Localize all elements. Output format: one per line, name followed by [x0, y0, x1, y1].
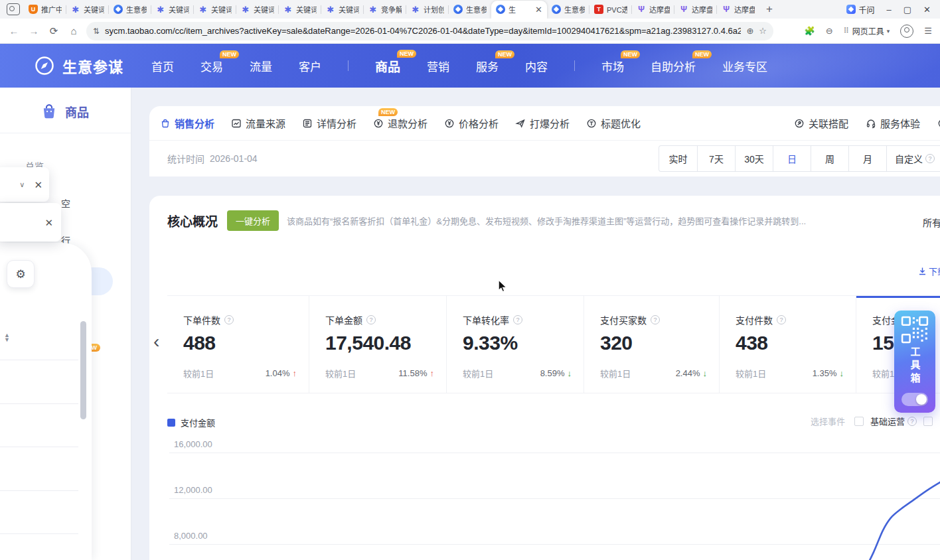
nav-item-客户[interactable]: 客户 [299, 58, 321, 74]
metric-change-row: 较前1日2.44%↓ [600, 367, 707, 380]
metric-card-下单金额[interactable]: 下单金额17,540.48较前1日11.58%↑ [309, 296, 446, 393]
download-link[interactable]: 下载 [918, 265, 940, 277]
zoom-icon[interactable]: ⊕ [746, 26, 753, 36]
core-overview-card: 核心概况 一键分析 该商品如有“报名新客折扣（首单礼金）&分期免息、发布短视频、… [149, 196, 940, 560]
browser-tab[interactable]: ✱关键词 [279, 1, 321, 19]
toolbox-widget[interactable]: 工具箱 [894, 311, 935, 413]
subnav-tab-价格分析[interactable]: 价格分析 [444, 116, 499, 130]
refresh-icon[interactable]: ⟳ [44, 25, 64, 37]
gridline [169, 453, 940, 453]
metric-card-支付买家数[interactable]: 支付买家数320较前1日2.44%↓ [584, 296, 719, 393]
browser-tab[interactable]: Ψ达摩盘 [674, 1, 717, 19]
subnav-link-服务体验[interactable]: 服务体验 [866, 116, 920, 130]
terminal-filter-dropdown[interactable]: 所有 [923, 216, 940, 229]
checkbox-基础运营[interactable] [854, 417, 864, 426]
nav-item-服务[interactable]: 服务NEW [476, 58, 499, 74]
browser-tab[interactable]: ✱关键词 [151, 1, 194, 19]
site-info-icon[interactable]: ⇅ [93, 27, 100, 36]
close-tab-icon[interactable]: ✕ [535, 5, 542, 14]
panel-scrollbar[interactable] [80, 321, 86, 419]
browser-tab[interactable]: Ψ达摩盘 [632, 1, 674, 19]
date-option-实时[interactable]: 实时 [659, 146, 697, 171]
cards-prev-arrow[interactable]: ‹ [153, 332, 159, 351]
nav-item-首页[interactable]: 首页 [151, 58, 174, 74]
date-option-7天[interactable]: 7天 [697, 146, 735, 171]
date-option-自定义[interactable]: 自定义 [886, 146, 940, 171]
web-tools-menu[interactable]: ⠿ 网页工具 ▾ [844, 25, 890, 36]
forward-icon[interactable]: → [24, 25, 44, 36]
info-icon[interactable] [224, 315, 234, 324]
metric-card-下单件数[interactable]: 下单件数488较前1日1.04%↑ [167, 296, 309, 393]
minimize-button[interactable]: – [887, 5, 892, 15]
metric-card-支付件数[interactable]: 支付件数438较前1日1.35%↓ [719, 296, 856, 393]
metric-card-下单转化率[interactable]: 下单转化率9.33%较前1日8.59%↓ [446, 296, 584, 393]
nav-item-商品[interactable]: 商品NEW [375, 57, 400, 75]
extensions-icon[interactable]: 🧩 [805, 26, 815, 36]
back-icon[interactable]: ← [4, 25, 24, 36]
date-option-周[interactable]: 周 [811, 146, 848, 171]
browser-tab[interactable]: 生意参 [449, 1, 491, 19]
maximize-button[interactable]: ▢ [903, 5, 911, 15]
nav-item-业务专区[interactable]: 业务专区 [722, 58, 767, 74]
info-icon[interactable] [907, 417, 917, 426]
chevron-down-icon[interactable]: ∨ [19, 180, 25, 189]
sort-chevrons[interactable]: ▲▼ [4, 333, 10, 342]
help-icon[interactable] [925, 154, 935, 163]
tab-search-icon[interactable] [7, 3, 20, 15]
browser-tab[interactable]: U推广中 [24, 1, 66, 19]
info-icon[interactable] [513, 315, 522, 324]
tab-title: 达摩盘 [692, 4, 712, 15]
info-icon[interactable] [651, 315, 660, 324]
browser-tab[interactable]: Ψ达摩盘 [717, 1, 759, 19]
info-icon[interactable] [777, 315, 786, 324]
nav-item-自助分析[interactable]: 自助分析NEW [651, 58, 696, 74]
url-input[interactable]: ⇅ sycm.taobao.com/cc/item_archives?activ… [86, 22, 773, 40]
nav-item-营销[interactable]: 营销 [427, 58, 449, 74]
menu-icon[interactable]: ☰ [924, 26, 932, 36]
profile-avatar[interactable] [900, 25, 913, 38]
browser-tab[interactable]: ✱关键词 [194, 1, 236, 19]
subnav-link-more[interactable] [937, 118, 940, 129]
subnav-link-关联搭配[interactable]: 关联搭配 [794, 116, 848, 130]
new-tab-button[interactable]: + [766, 3, 773, 16]
brand[interactable]: 生意参谋 [35, 55, 123, 76]
browser-tab[interactable]: ✱竞争解 [364, 1, 406, 19]
subnav-tab-打爆分析[interactable]: 打爆分析 [515, 116, 570, 130]
subnav-tab-销售分析[interactable]: 销售分析 [160, 116, 214, 130]
downloads-icon[interactable]: ⊖ [826, 26, 833, 36]
browser-tab[interactable]: 生意参 [547, 1, 589, 19]
nav-item-流量[interactable]: 流量 [250, 58, 272, 74]
tab-title: 关键词 [84, 4, 104, 15]
browser-tab[interactable]: ✱关键词 [236, 1, 279, 19]
subnav-tab-标题优化[interactable]: 标题优化 [586, 116, 641, 130]
date-option-日[interactable]: 日 [773, 146, 811, 171]
one-click-analysis-button[interactable]: 一键分析 [227, 210, 279, 231]
sidebar-item-fragment[interactable]: 空 [61, 196, 70, 210]
subnav-tab-退款分析[interactable]: 退款分析NEW [373, 116, 428, 130]
browser-tab[interactable]: TPVC透 [589, 1, 632, 19]
browser-tab[interactable]: ✱关键词 [321, 1, 364, 19]
browser-tab[interactable]: ✱计划创 [406, 1, 449, 19]
toolbox-toggle[interactable] [901, 393, 928, 406]
browser-tab[interactable]: 生意参 [109, 1, 151, 19]
home-icon[interactable]: ⌂ [64, 25, 84, 36]
date-bar: 统计时间 2026-01-04 实时7天30天日周月自定义 [149, 141, 940, 176]
close-icon[interactable]: ✕ [34, 180, 42, 190]
browser-tab[interactable]: 生✕ [491, 1, 547, 19]
subnav-tab-详情分析[interactable]: 详情分析 [302, 116, 356, 130]
bookmark-star-icon[interactable]: ☆ [759, 26, 767, 36]
nav-item-市场[interactable]: 市场NEW [601, 58, 624, 74]
nav-item-交易[interactable]: 交易NEW [200, 58, 223, 74]
info-icon[interactable] [366, 315, 376, 324]
browser-tab[interactable]: ✱关键词 [66, 1, 109, 19]
checkbox-日[interactable] [923, 417, 933, 426]
date-option-月[interactable]: 月 [848, 146, 886, 171]
close-icon[interactable]: ✕ [44, 218, 53, 228]
gear-icon[interactable]: ⚙ [7, 260, 35, 288]
nav-item-内容[interactable]: 内容 [525, 58, 548, 74]
date-option-30天[interactable]: 30天 [735, 146, 773, 171]
subnav-tab-流量来源[interactable]: 流量来源 [231, 116, 285, 130]
close-button[interactable]: ✕ [923, 5, 931, 15]
tab-title: 推广中 [41, 4, 62, 15]
qianwen-button[interactable]: 千问 [846, 4, 875, 15]
